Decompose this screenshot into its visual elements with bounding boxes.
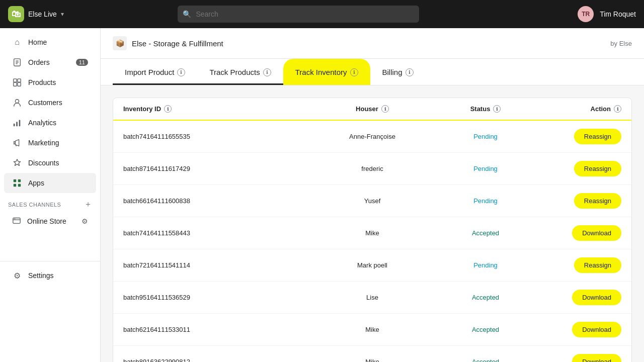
svg-rect-11	[19, 120, 21, 127]
tab-track-inventory[interactable]: Track Inventory ℹ	[283, 59, 370, 85]
layout: ⌂ Home Orders 11 Products Customers	[0, 28, 644, 362]
tab-import-product[interactable]: Import Product ℹ	[113, 59, 197, 85]
cell-action: Download	[531, 225, 621, 241]
info-icon: ℹ	[614, 105, 621, 113]
cell-status: Pending	[440, 165, 531, 172]
info-icon: ℹ	[164, 105, 172, 113]
column-status: Status ℹ	[440, 105, 531, 113]
topbar: 🛍 Else Live ▾ 🔍 TR Tim Roquet	[0, 0, 644, 28]
svg-rect-16	[13, 218, 20, 224]
info-icon: ℹ	[493, 105, 501, 113]
analytics-icon	[12, 118, 22, 128]
inventory-table: Inventory ID ℹ Houser ℹ Status ℹ Action …	[113, 98, 632, 362]
sidebar-item-online-store[interactable]: Online Store ⚙	[4, 212, 96, 231]
cell-inventory-id: batch74164111558443	[123, 229, 304, 237]
action-button-reassign[interactable]: Reassign	[574, 129, 621, 144]
sidebar-item-apps[interactable]: Apps	[4, 173, 96, 193]
svg-rect-4	[14, 82, 17, 86]
table-body: batch74164111655535 Anne-Françoise Pendi…	[113, 121, 631, 362]
table-row: batch74164111558443 Mike Accepted Downlo…	[113, 217, 631, 249]
column-houser: Houser ℹ	[304, 105, 440, 113]
cell-inventory-id: batch95164111536529	[123, 294, 304, 301]
info-icon: ℹ	[350, 68, 358, 76]
info-icon: ℹ	[263, 68, 271, 76]
search-container: 🔍	[178, 6, 419, 23]
tab-billing[interactable]: Billing ℹ	[370, 59, 426, 85]
cell-action: Download	[531, 322, 621, 337]
cell-status: Accepted	[440, 229, 531, 237]
tab-track-products[interactable]: Track Products ℹ	[197, 59, 283, 85]
tabs-bar: Import Product ℹ Track Products ℹ Track …	[101, 59, 644, 85]
shopify-logo: 🛍	[8, 6, 24, 22]
app-by-label: by Else	[610, 40, 632, 47]
svg-rect-6	[14, 79, 17, 82]
info-icon: ℹ	[381, 105, 389, 113]
cell-status: Accepted	[440, 358, 531, 362]
cell-status: Accepted	[440, 294, 531, 301]
sidebar-item-customers[interactable]: Customers	[4, 93, 96, 113]
svg-point-17	[15, 218, 16, 219]
table-row: batch74164111655535 Anne-Françoise Pendi…	[113, 121, 631, 153]
action-button-download[interactable]: Download	[572, 225, 621, 241]
sidebar-item-discounts[interactable]: Discounts	[4, 153, 96, 173]
svg-rect-10	[16, 122, 18, 126]
sales-channels-section: SALES CHANNELS ＋	[0, 193, 100, 212]
customers-icon	[12, 98, 22, 108]
cell-action: Download	[531, 290, 621, 305]
cell-inventory-id: batch62164111533011	[123, 326, 304, 333]
sidebar-item-label: Analytics	[28, 119, 56, 127]
action-button-download[interactable]: Download	[572, 322, 621, 337]
sidebar-item-analytics[interactable]: Analytics	[4, 113, 96, 133]
sidebar-item-settings[interactable]: ⚙ Settings	[4, 265, 96, 286]
search-input[interactable]	[178, 6, 419, 23]
svg-point-8	[15, 100, 19, 103]
cell-inventory-id: batch89163622990812	[123, 358, 304, 362]
cell-action: Reassign	[531, 193, 621, 209]
table-row: batch62164111533011 Mike Accepted Downlo…	[113, 314, 631, 346]
action-button-reassign[interactable]: Reassign	[574, 257, 621, 273]
brand-dropdown-icon[interactable]: ▾	[61, 11, 64, 18]
action-button-download[interactable]: Download	[572, 354, 621, 362]
sidebar: ⌂ Home Orders 11 Products Customers	[0, 28, 101, 362]
settings-icon: ⚙	[12, 270, 22, 281]
sidebar-item-label: Apps	[28, 179, 44, 187]
svg-rect-15	[18, 184, 21, 187]
app-header: 📦 Else - Storage & Fulfillment by Else	[101, 28, 644, 59]
app-icon: 📦	[113, 36, 127, 50]
cell-inventory-id: batch72164111541114	[123, 261, 304, 269]
online-store-settings-icon[interactable]: ⚙	[82, 217, 88, 225]
table-row: batch66164111600838 Yusef Pending Reassi…	[113, 185, 631, 217]
orders-icon	[12, 57, 22, 67]
marketing-icon	[12, 138, 22, 148]
table-row: batch87164111617429 frederic Pending Rea…	[113, 153, 631, 185]
action-button-download[interactable]: Download	[572, 290, 621, 305]
add-sales-channel-icon[interactable]: ＋	[84, 199, 93, 210]
brand[interactable]: 🛍 Else Live ▾	[8, 6, 99, 22]
apps-icon	[12, 178, 22, 188]
sidebar-item-label: Orders	[28, 58, 50, 66]
cell-inventory-id: batch87164111617429	[123, 165, 304, 172]
cell-houser: Mike	[304, 326, 440, 333]
cell-houser: Mark poell	[304, 261, 440, 269]
avatar[interactable]: TR	[578, 6, 594, 22]
table-header: Inventory ID ℹ Houser ℹ Status ℹ Action …	[113, 98, 631, 121]
cell-houser: Lise	[304, 294, 440, 301]
sidebar-item-products[interactable]: Products	[4, 72, 96, 93]
sidebar-item-home[interactable]: ⌂ Home	[4, 32, 96, 52]
action-button-reassign[interactable]: Reassign	[574, 161, 621, 176]
cell-houser: Anne-Françoise	[304, 133, 440, 140]
search-icon: 🔍	[183, 10, 191, 18]
column-action: Action ℹ	[531, 105, 621, 113]
tab-label: Track Products	[209, 68, 260, 76]
column-label: Houser	[356, 105, 378, 113]
svg-rect-12	[14, 179, 16, 182]
cell-houser: Yusef	[304, 197, 440, 205]
svg-rect-5	[18, 82, 21, 86]
cell-houser: Mike	[304, 229, 440, 237]
tab-label: Track Inventory	[295, 68, 347, 76]
sidebar-item-orders[interactable]: Orders 11	[4, 52, 96, 72]
info-icon: ℹ	[177, 68, 185, 76]
sidebar-item-marketing[interactable]: Marketing	[4, 133, 96, 153]
action-button-reassign[interactable]: Reassign	[574, 193, 621, 209]
sidebar-item-label: Home	[28, 38, 47, 46]
